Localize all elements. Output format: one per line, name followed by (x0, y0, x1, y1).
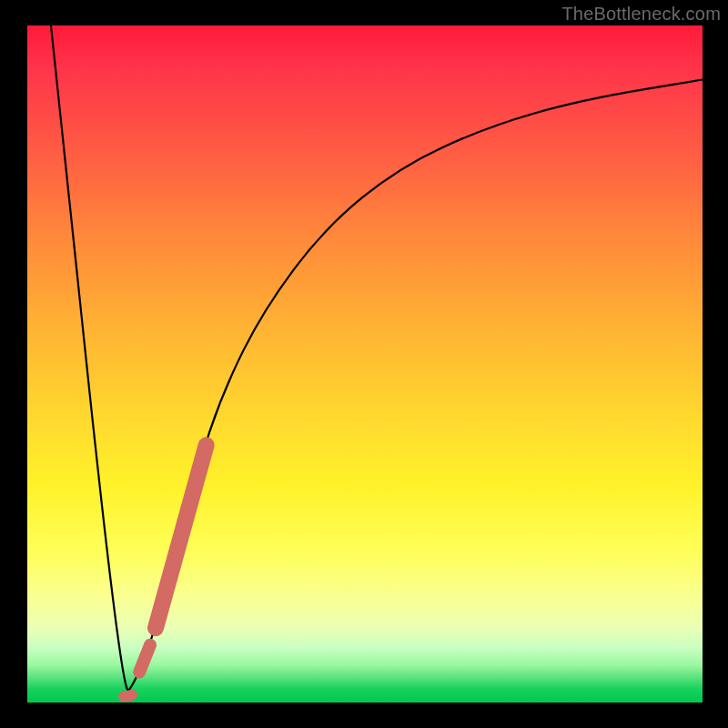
highlight-segments (124, 445, 207, 696)
curve-layer (27, 25, 703, 703)
highlight-segment (124, 695, 132, 696)
watermark-text: TheBottleneck.com (561, 4, 721, 25)
bottleneck-curve (51, 25, 703, 691)
chart-frame: TheBottleneck.com (0, 0, 728, 728)
highlight-segment (156, 445, 207, 628)
highlight-segment (139, 645, 150, 672)
